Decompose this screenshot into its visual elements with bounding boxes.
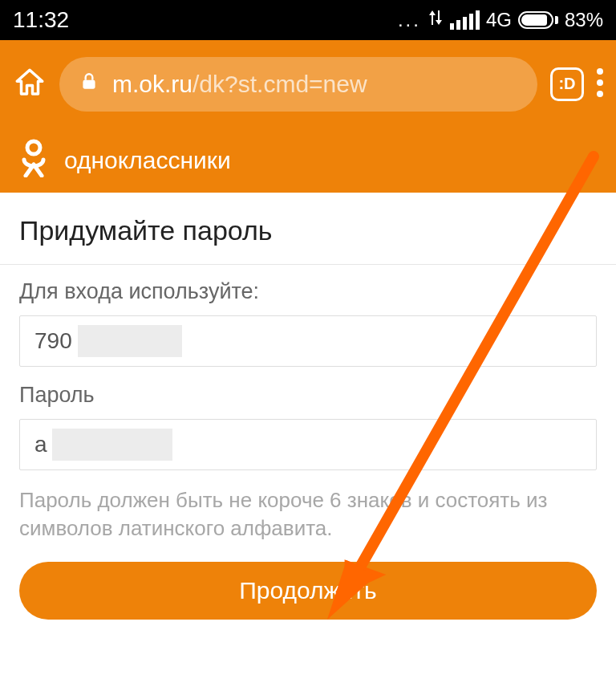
- redacted-block: [52, 429, 172, 461]
- redacted-block: [78, 325, 182, 357]
- battery-percent: 83%: [565, 9, 603, 31]
- battery-icon: [518, 11, 558, 29]
- page-title: Придумайте пароль: [0, 193, 616, 264]
- ok-logo-icon[interactable]: [19, 139, 48, 183]
- status-more-icon: ...: [398, 9, 421, 31]
- password-label: Пароль: [19, 383, 597, 408]
- site-header: одноклассники: [0, 128, 616, 193]
- address-bar[interactable]: m.ok.ru/dk?st.cmd=new: [59, 57, 537, 112]
- svg-rect-0: [83, 80, 95, 89]
- password-hint: Пароль должен быть не короче 6 знаков и …: [19, 486, 597, 543]
- home-icon[interactable]: [13, 66, 47, 103]
- tabs-button[interactable]: :D: [550, 67, 584, 101]
- browser-toolbar: m.ok.ru/dk?st.cmd=new :D: [0, 40, 616, 128]
- password-value: a: [34, 432, 47, 457]
- login-input[interactable]: 790: [19, 315, 597, 367]
- url-path: /dk?st.cmd=new: [192, 71, 367, 97]
- page-content: Придумайте пароль Для входа используйте:…: [0, 193, 616, 620]
- login-label: Для входа используйте:: [19, 279, 597, 304]
- status-bar: 11:32 ... 4G 83%: [0, 0, 616, 40]
- login-value: 790: [34, 328, 72, 354]
- tabs-indicator: :D: [558, 75, 575, 93]
- menu-icon[interactable]: [597, 68, 603, 100]
- svg-point-3: [597, 91, 603, 97]
- network-type: 4G: [486, 9, 512, 31]
- svg-point-4: [27, 141, 40, 154]
- svg-point-1: [597, 68, 603, 75]
- lock-icon: [79, 71, 99, 98]
- site-title: одноклассники: [64, 147, 231, 174]
- url-domain: m.ok.ru: [112, 71, 192, 97]
- status-time: 11:32: [13, 7, 69, 33]
- password-input[interactable]: a: [19, 419, 597, 470]
- continue-button[interactable]: Продолжить: [19, 562, 597, 620]
- data-transfer-icon: [428, 9, 444, 31]
- signal-strength-icon: [450, 10, 480, 30]
- svg-point-2: [597, 79, 603, 86]
- continue-label: Продолжить: [239, 577, 377, 604]
